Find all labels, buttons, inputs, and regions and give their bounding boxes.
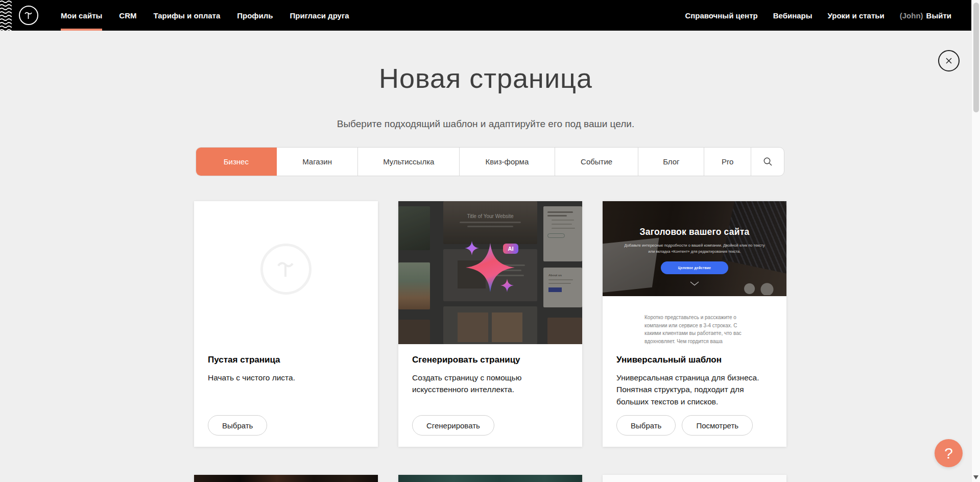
preview-cta-button: Целевое действие: [661, 261, 728, 274]
zigzag-pattern-icon: [0, 0, 12, 31]
tab-multilink[interactable]: Мультиссылка: [358, 148, 460, 176]
tilda-logo-icon: [22, 9, 35, 21]
nav-item-profile[interactable]: Профиль: [237, 0, 273, 31]
tab-event[interactable]: Событие: [555, 148, 639, 176]
header: Мои сайты CRM Тарифы и оплата Профиль Пр…: [0, 0, 980, 31]
new-page-screen: Мои сайты CRM Тарифы и оплата Профиль Пр…: [0, 0, 980, 482]
tab-blog[interactable]: Блог: [638, 148, 704, 176]
scroll-down-arrow[interactable]: [973, 475, 978, 479]
card-title: Универсальный шаблон: [616, 355, 773, 365]
generate-button[interactable]: Сгенерировать: [412, 415, 494, 436]
template-card-partial: [603, 475, 786, 482]
template-category-tabs: Бизнес Магазин Мультиссылка Квиз-форма С…: [196, 147, 784, 176]
nav-item-lessons[interactable]: Уроки и статьи: [828, 0, 885, 31]
card-preview-blank: [194, 201, 378, 344]
user-name: (John): [900, 11, 923, 20]
nav-item-crm[interactable]: CRM: [119, 0, 136, 31]
preview-button[interactable]: Посмотреть: [682, 415, 753, 436]
card-preview-ai: Title of Your Website: [398, 201, 582, 344]
tilda-watermark-icon: [260, 244, 312, 295]
secondary-nav: Справочный центр Вебинары Уроки и статьи…: [685, 0, 980, 31]
choose-button[interactable]: Выбрать: [616, 415, 676, 436]
preview-body-text: Коротко представьтесь и расскажите о ком…: [644, 314, 745, 344]
page-title: Новая страница: [0, 62, 971, 94]
help-button[interactable]: ?: [935, 439, 963, 467]
chevron-down-icon: [690, 281, 699, 286]
card-description: Создать страницу с помощью искусственног…: [412, 372, 568, 396]
nav-item-tariffs[interactable]: Тарифы и оплата: [153, 0, 220, 31]
tab-pro[interactable]: Pro: [704, 148, 751, 176]
card-title: Пустая страница: [208, 355, 364, 365]
page-subtitle: Выберите подходящий шаблон и адаптируйте…: [0, 118, 971, 130]
tab-search[interactable]: [751, 148, 784, 176]
card-preview-universal: Заголовок вашего сайта Добавьте интересн…: [603, 201, 786, 344]
template-card-ai-generate: Title of Your Website: [398, 201, 582, 447]
nav-item-help-center[interactable]: Справочный центр: [685, 0, 757, 31]
card-description: Начать с чистого листа.: [208, 372, 364, 383]
preview-hero-title: Заголовок вашего сайта: [603, 201, 786, 237]
tab-store[interactable]: Магазин: [277, 148, 358, 176]
nav-item-webinars[interactable]: Вебинары: [773, 0, 812, 31]
card-title: Сгенерировать страницу: [412, 355, 568, 365]
scrollbar[interactable]: [971, 0, 980, 482]
nav-item-invite-friend[interactable]: Пригласи друга: [290, 0, 349, 31]
preview-hero: Заголовок вашего сайта Добавьте интересн…: [603, 201, 786, 296]
scrollbar-thumb[interactable]: [973, 3, 979, 112]
ai-sparkle-small-icon: [465, 241, 479, 255]
search-icon: [762, 156, 773, 167]
template-card-blank: Пустая страница Начать с чистого листа. …: [194, 201, 378, 447]
template-card-universal: Заголовок вашего сайта Добавьте интересн…: [603, 201, 786, 447]
card-description: Универсальная страница для бизнеса. Поня…: [616, 372, 773, 407]
preview-hero-text: Добавьте интересные подробности о вашей …: [623, 243, 767, 255]
ai-badge: AI: [503, 244, 518, 254]
template-card-partial: [194, 475, 378, 482]
choose-button[interactable]: Выбрать: [208, 415, 267, 436]
template-card-partial: [398, 475, 582, 482]
logout-label: Выйти: [926, 11, 951, 20]
ai-sparkle-small-icon: [500, 279, 514, 292]
tab-business[interactable]: Бизнес: [196, 148, 277, 176]
tilda-logo[interactable]: [19, 6, 38, 25]
main-nav: Мои сайты CRM Тарифы и оплата Профиль Пр…: [61, 0, 349, 31]
logout-link[interactable]: (John) Выйти: [900, 0, 951, 31]
nav-item-my-sites[interactable]: Мои сайты: [61, 0, 102, 31]
tab-quiz-form[interactable]: Квиз-форма: [460, 148, 555, 176]
